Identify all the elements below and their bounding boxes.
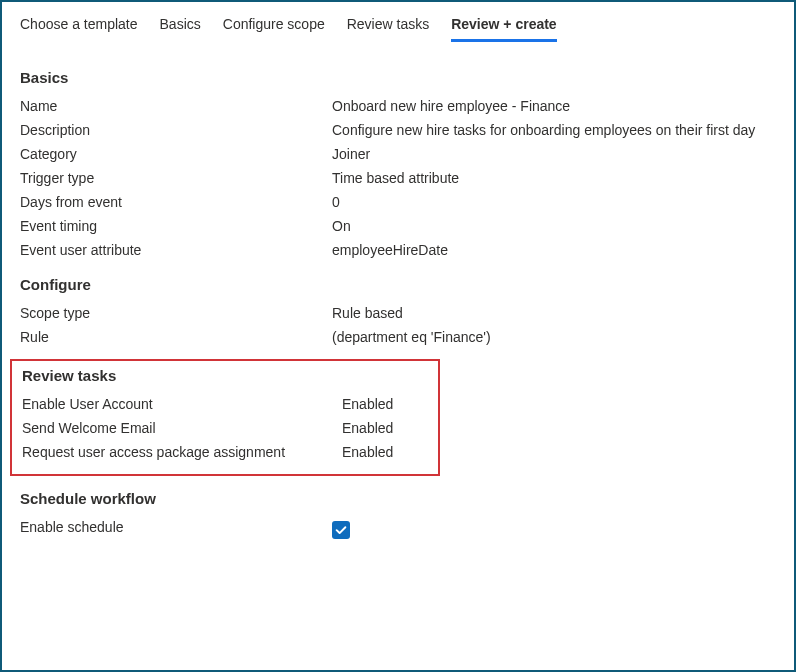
configure-row-scope-type: Scope type Rule based	[20, 301, 776, 325]
configure-row-rule: Rule (department eq 'Finance')	[20, 325, 776, 349]
value-description: Configure new hire tasks for onboarding …	[332, 122, 776, 138]
wizard-tabs: Choose a template Basics Configure scope…	[2, 2, 794, 43]
value-category: Joiner	[332, 146, 776, 162]
basics-row-description: Description Configure new hire tasks for…	[20, 118, 776, 142]
value-enable-user-account: Enabled	[342, 396, 428, 412]
label-days-from-event: Days from event	[20, 194, 332, 210]
label-event-user-attribute: Event user attribute	[20, 242, 332, 258]
tab-review-tasks[interactable]: Review tasks	[347, 10, 429, 42]
tab-basics[interactable]: Basics	[160, 10, 201, 42]
value-enable-schedule	[332, 519, 776, 538]
basics-row-event-user-attribute: Event user attribute employeeHireDate	[20, 238, 776, 262]
label-trigger-type: Trigger type	[20, 170, 332, 186]
checkmark-icon	[334, 523, 348, 537]
review-tasks-highlight: Review tasks Enable User Account Enabled…	[10, 359, 440, 476]
basics-row-category: Category Joiner	[20, 142, 776, 166]
tab-configure-scope[interactable]: Configure scope	[223, 10, 325, 42]
review-tasks-heading: Review tasks	[22, 367, 428, 384]
basics-row-trigger-type: Trigger type Time based attribute	[20, 166, 776, 190]
basics-row-name: Name Onboard new hire employee - Finance	[20, 94, 776, 118]
value-days-from-event: 0	[332, 194, 776, 210]
value-event-user-attribute: employeeHireDate	[332, 242, 776, 258]
review-tasks-row-welcome-email: Send Welcome Email Enabled	[22, 416, 428, 440]
value-rule: (department eq 'Finance')	[332, 329, 776, 345]
label-request-access-package: Request user access package assignment	[22, 444, 342, 460]
content-area: Basics Name Onboard new hire employee - …	[2, 43, 794, 542]
value-scope-type: Rule based	[332, 305, 776, 321]
label-rule: Rule	[20, 329, 332, 345]
tab-choose-template[interactable]: Choose a template	[20, 10, 138, 42]
label-enable-user-account: Enable User Account	[22, 396, 342, 412]
review-tasks-row-enable-user: Enable User Account Enabled	[22, 392, 428, 416]
label-event-timing: Event timing	[20, 218, 332, 234]
value-trigger-type: Time based attribute	[332, 170, 776, 186]
enable-schedule-checkbox[interactable]	[332, 521, 350, 539]
value-request-access-package: Enabled	[342, 444, 428, 460]
review-tasks-row-access-package: Request user access package assignment E…	[22, 440, 428, 464]
basics-row-event-timing: Event timing On	[20, 214, 776, 238]
review-create-panel: Choose a template Basics Configure scope…	[0, 0, 796, 672]
basics-heading: Basics	[20, 69, 776, 86]
tab-review-create[interactable]: Review + create	[451, 10, 556, 42]
label-enable-schedule: Enable schedule	[20, 519, 332, 535]
label-send-welcome-email: Send Welcome Email	[22, 420, 342, 436]
schedule-row-enable: Enable schedule	[20, 515, 776, 542]
label-scope-type: Scope type	[20, 305, 332, 321]
label-description: Description	[20, 122, 332, 138]
configure-heading: Configure	[20, 276, 776, 293]
schedule-heading: Schedule workflow	[20, 490, 776, 507]
label-category: Category	[20, 146, 332, 162]
value-name: Onboard new hire employee - Finance	[332, 98, 776, 114]
value-event-timing: On	[332, 218, 776, 234]
value-send-welcome-email: Enabled	[342, 420, 428, 436]
basics-row-days-from-event: Days from event 0	[20, 190, 776, 214]
label-name: Name	[20, 98, 332, 114]
